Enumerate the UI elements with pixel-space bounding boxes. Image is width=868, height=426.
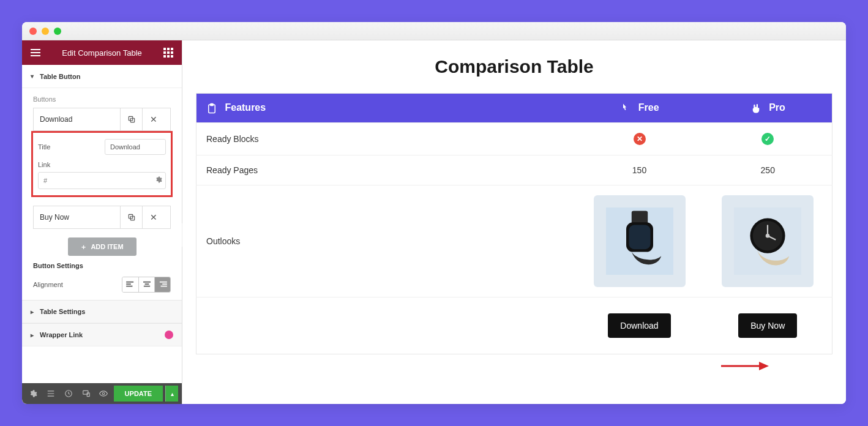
update-button[interactable]: UPDATE (114, 386, 163, 402)
svg-rect-17 (211, 103, 214, 105)
duplicate-button[interactable] (120, 108, 142, 130)
update-caret-button[interactable]: ▴ (165, 386, 178, 402)
row-label: Ready Pages (196, 155, 575, 185)
history-icon[interactable] (61, 386, 76, 402)
duplicate-button[interactable] (120, 206, 142, 228)
svg-rect-4 (126, 282, 133, 283)
cell-value: 150 (575, 155, 704, 185)
button-item-buynow[interactable]: Buy Now ✕ (33, 206, 171, 229)
table-row: Ready Pages 150 250 (196, 155, 832, 185)
row-label: Outlooks (196, 185, 575, 297)
section-table-button[interactable]: ▾ Table Button (22, 65, 182, 88)
comparison-table: Features Free Pro Ready B (196, 93, 832, 354)
plus-icon: ＋ (80, 242, 87, 252)
menu-icon[interactable] (31, 49, 40, 56)
align-right-button[interactable] (154, 277, 170, 292)
button-item-label: Buy Now (40, 213, 69, 222)
svg-rect-12 (160, 286, 166, 287)
svg-rect-21 (629, 225, 650, 249)
window-close-dot[interactable] (29, 28, 37, 35)
svg-rect-6 (126, 286, 132, 287)
wrapper-badge-icon (165, 331, 173, 339)
remove-button[interactable]: ✕ (142, 206, 164, 228)
download-cta-button[interactable]: Download (608, 313, 670, 338)
align-center-button[interactable] (138, 277, 154, 292)
editor-title: Edit Comparison Table (62, 48, 142, 58)
caret-right-icon: ▸ (31, 332, 34, 338)
gear-icon[interactable] (155, 176, 162, 185)
apps-icon[interactable] (163, 48, 173, 58)
check-icon: ✓ (761, 133, 774, 145)
add-item-button[interactable]: ＋ ADD ITEM (68, 237, 137, 256)
link-label: Link (38, 161, 166, 168)
buynow-cta-button[interactable]: Buy Now (738, 313, 797, 338)
table-row-cta: Download Buy Now (196, 297, 832, 354)
align-left-button[interactable] (122, 277, 138, 292)
window-titlebar (22, 22, 846, 40)
alignment-label: Alignment (33, 281, 63, 288)
window-maximize-dot[interactable] (54, 28, 61, 35)
svg-rect-7 (143, 282, 151, 283)
svg-marker-29 (759, 362, 769, 370)
product-image-free (594, 195, 686, 287)
th-free: Free (575, 94, 704, 123)
th-pro: Pro (704, 94, 832, 123)
editor-header: Edit Comparison Table (22, 40, 182, 65)
x-icon: ✕ (634, 133, 646, 145)
svg-rect-9 (143, 286, 149, 287)
add-item-label: ADD ITEM (91, 243, 123, 250)
remove-button[interactable]: ✕ (142, 108, 164, 130)
window-minimize-dot[interactable] (42, 28, 49, 35)
section-table-settings[interactable]: ▸ Table Settings (22, 300, 182, 323)
svg-rect-10 (159, 282, 166, 283)
section-label: Wrapper Link (40, 331, 83, 338)
preview-title: Comparison Table (196, 56, 832, 77)
editor-footer: UPDATE ▴ (22, 383, 182, 404)
preview-eye-icon[interactable] (96, 386, 111, 402)
product-image-pro (722, 195, 814, 287)
svg-rect-11 (162, 283, 167, 285)
row-label: Ready Blocks (196, 122, 575, 155)
section-wrapper-link[interactable]: ▸ Wrapper Link (22, 323, 182, 346)
navigator-icon[interactable] (43, 386, 59, 402)
title-label: Title (38, 143, 105, 151)
link-input[interactable] (38, 172, 166, 189)
title-input[interactable] (105, 139, 166, 155)
caret-right-icon: ▸ (31, 308, 34, 315)
highlight-annotation: Title Link (31, 131, 173, 197)
svg-point-15 (102, 392, 105, 395)
arrow-annotation (721, 360, 770, 372)
table-row: Ready Blocks ✕ ✓ (196, 122, 832, 155)
section-label: Table Button (40, 73, 80, 80)
section-label: Table Settings (40, 308, 85, 315)
caret-down-icon: ▾ (31, 73, 34, 80)
button-item-download[interactable]: Download ✕ (33, 108, 171, 131)
responsive-icon[interactable] (78, 386, 94, 402)
button-settings-heading: Button Settings (33, 262, 171, 269)
pointer-icon (619, 103, 630, 114)
settings-icon[interactable] (26, 386, 41, 402)
th-features: Features (196, 94, 575, 123)
button-item-label: Download (40, 115, 72, 124)
cell-value: 250 (704, 155, 832, 185)
table-row: Outlooks (196, 185, 832, 297)
hand-icon (750, 103, 761, 114)
clipboard-icon (206, 103, 217, 114)
svg-rect-8 (144, 283, 149, 285)
svg-rect-5 (126, 283, 131, 285)
buttons-label: Buttons (33, 95, 171, 103)
